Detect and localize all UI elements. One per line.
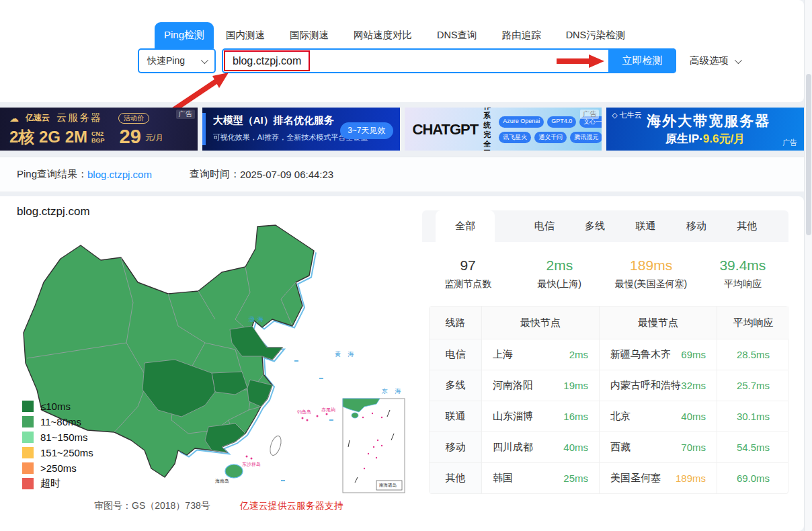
qiniu-logo-icon: ◇ <box>612 111 617 120</box>
sea-label-huanghai: 黄 海 <box>335 351 357 358</box>
tab-domestic-speed[interactable]: 国内测速 <box>226 29 265 42</box>
filter-tab-all[interactable]: 全部 <box>436 210 495 242</box>
ad2-cta-pill[interactable]: 3~7天见效 <box>340 122 393 139</box>
legend-item: 超时 <box>22 478 93 489</box>
map-legend: ≤10ms 11~80ms 81~150ms 151~250ms >250ms … <box>22 401 93 489</box>
advanced-options-toggle[interactable]: 高级选项 <box>690 48 740 73</box>
scrollbar-thumb[interactable] <box>806 74 811 235</box>
ad3-pill: GPT4.0 <box>547 116 576 128</box>
tab-dns-query[interactable]: DNS查询 <box>437 29 477 42</box>
ad1-price-unit: 元/月 <box>145 132 163 144</box>
filter-tab-unicom[interactable]: 联通 <box>635 220 655 233</box>
sea-label-donghai: 东 海 <box>381 388 404 395</box>
legend-swatch <box>22 432 34 443</box>
result-label: Ping查询结果： <box>17 168 87 181</box>
ad-banner-qiniu[interactable]: ◇ 七牛云 海外大带宽服务器 原生IP·9.6元/月 广告 <box>606 108 804 151</box>
ad-banner-ai-seo[interactable]: 大模型（AI）排名优化服务 可视化效果，AI推荐，全新技术模式平台全覆盖 3~7… <box>202 108 400 151</box>
main-card: blog.ctzpj.com <box>0 196 804 531</box>
south-china-sea-inset: 南海诸岛 <box>343 399 405 493</box>
table-header-row: 线路 最快节点 最慢节点 平均响应 <box>430 307 788 339</box>
submit-button[interactable]: 立即检测 <box>608 48 676 73</box>
hainan-island <box>225 464 243 478</box>
ping-mode-value: 快速Ping <box>147 55 185 67</box>
result-domain-link[interactable]: blog.ctzpj.com <box>87 169 152 180</box>
result-panel: 全部 电信 多线 联通 移动 其他 97 监测节点数 2ms 最快(上海) <box>422 210 788 242</box>
tab-site-speed-compare[interactable]: 网站速度对比 <box>354 29 412 42</box>
filter-tab-other[interactable]: 其他 <box>737 220 757 233</box>
table-row: 联通 山东淄博16ms 北京40ms 30.1ms <box>430 401 788 432</box>
table-row: 电信 上海2ms 新疆乌鲁木齐69ms 28.5ms <box>430 339 788 370</box>
ad4-title: 海外大带宽服务器 <box>613 112 804 130</box>
legend-item: >250ms <box>22 462 93 474</box>
stat-slowest: 189ms 最慢(美国圣何塞) <box>606 257 697 290</box>
tab-dns-pollution[interactable]: DNS污染检测 <box>566 29 626 42</box>
island-label-dongsha: 东沙群岛 <box>242 462 261 467</box>
table-row: 多线 河南洛阳19ms 内蒙古呼和浩特32ms 25.7ms <box>430 370 788 401</box>
nav-tabs: 国内测速 国际测速 网站速度对比 DNS查询 路由追踪 DNS污染检测 <box>226 22 625 48</box>
filter-tab-telecom[interactable]: 电信 <box>534 220 555 233</box>
taiwan-island <box>268 435 284 457</box>
legend-swatch <box>22 447 34 458</box>
ad1-badge: 活动价 <box>118 113 149 124</box>
chevron-down-icon <box>735 56 742 63</box>
scrollbar[interactable] <box>804 0 812 531</box>
line-filter-tabs: 全部 电信 多线 联通 移动 其他 <box>422 210 788 242</box>
stat-fastest: 2ms 最快(上海) <box>514 257 605 290</box>
stat-average: 39.4ms 平均响应 <box>697 257 788 290</box>
ad3-lines: 创作系统完全开源 <box>483 113 491 147</box>
query-time-value: 2025-07-09 06:44:23 <box>240 169 333 180</box>
legend-item: 11~80ms <box>22 416 93 427</box>
ad-tag: 广告 <box>176 110 195 119</box>
island-label-hainan: 海南岛 <box>215 479 229 484</box>
highlight-red-box <box>224 50 310 71</box>
ad3-pill: 讯飞星火 <box>499 132 531 143</box>
tab-traceroute[interactable]: 路由追踪 <box>502 29 541 42</box>
page: Ping检测 国内测速 国际测速 网站速度对比 DNS查询 路由追踪 DNS污染… <box>0 0 812 531</box>
legend-swatch <box>22 401 34 412</box>
legend-item: 81~150ms <box>22 432 93 443</box>
filter-tab-multiline[interactable]: 多线 <box>585 220 605 233</box>
filter-tab-mobile[interactable]: 移动 <box>686 220 706 233</box>
inset-label: 南海诸岛 <box>379 483 397 488</box>
query-time-label: 查询时间： <box>190 168 240 181</box>
ad1-network: CN2BGP <box>91 130 105 144</box>
ad-tag: 广告 <box>580 110 599 119</box>
sponsor-link[interactable]: 亿速云提供云服务器支持 <box>240 500 343 512</box>
cloud-logo-icon: ☁ <box>9 113 19 124</box>
ad-banner-yisuyun[interactable]: 广告 ☁ 亿速云 云服务器 活动价 2核 2G 2M CN2BGP 29 元/月 <box>0 108 198 151</box>
ad4-brand: ◇ 七牛云 <box>612 110 641 120</box>
ad1-spec: 2核 2G 2M <box>9 126 87 148</box>
ad-tag: 广告 <box>780 138 800 148</box>
stat-node-count: 97 监测节点数 <box>422 257 514 290</box>
map-license: 审图号：GS（2018）738号 <box>94 500 210 512</box>
tab-international-speed[interactable]: 国际测速 <box>290 29 329 42</box>
island-label-diaoyu: 钓鱼岛 <box>296 409 311 414</box>
legend-swatch <box>22 462 34 474</box>
table-row: 移动 四川成都40ms 西藏70ms 54.5ms <box>430 432 788 462</box>
header-card: Ping检测 国内测速 国际测速 网站速度对比 DNS查询 路由追踪 DNS污染… <box>0 0 804 102</box>
line-result-table: 线路 最快节点 最慢节点 平均响应 电信 上海2ms 新疆乌鲁木齐69ms 28… <box>429 306 788 494</box>
ping-mode-select[interactable]: 快速Ping <box>138 48 216 73</box>
table-row: 其他 韩国25ms 美国圣何塞189ms 69.0ms <box>430 462 788 493</box>
map-footer: 审图号：GS（2018）738号 亿速云提供云服务器支持 <box>94 500 343 512</box>
sea-label-bohai: 渤海 <box>248 316 266 323</box>
domain-input[interactable]: blog.ctzpj.com 立即检测 <box>222 48 676 73</box>
chevron-down-icon <box>201 56 208 63</box>
ad-banners: 广告 ☁ 亿速云 云服务器 活动价 2核 2G 2M CN2BGP 29 元/月… <box>0 108 804 151</box>
ad4-subtitle: 原生IP·9.6元/月 <box>606 131 804 147</box>
island-dots <box>246 413 328 460</box>
tab-ping-active[interactable]: Ping检测 <box>155 22 214 48</box>
legend-swatch <box>22 478 34 489</box>
ad3-pill: 通义千问 <box>534 132 567 143</box>
ad1-brand: 亿速云 <box>26 112 50 124</box>
ad1-price: 29 <box>120 126 141 148</box>
ad-banner-chatgpt[interactable]: 广告 CHATGPT 创作系统完全开源 Azure Openai GPT4.0 … <box>405 108 602 151</box>
ad1-product: 云服务器 <box>56 112 102 124</box>
page-title: blog.ctzpj.com <box>17 205 90 218</box>
ad3-pill: 腾讯混元 <box>570 132 602 143</box>
advanced-options-label: 高级选项 <box>690 54 729 67</box>
island-label-chiwei: 赤尾屿 <box>321 407 335 413</box>
result-info-bar: Ping查询结果： blog.ctzpj.com 查询时间： 2025-07-0… <box>0 157 804 192</box>
ad3-pill: Azure Openai <box>499 116 544 128</box>
legend-swatch <box>22 416 34 427</box>
